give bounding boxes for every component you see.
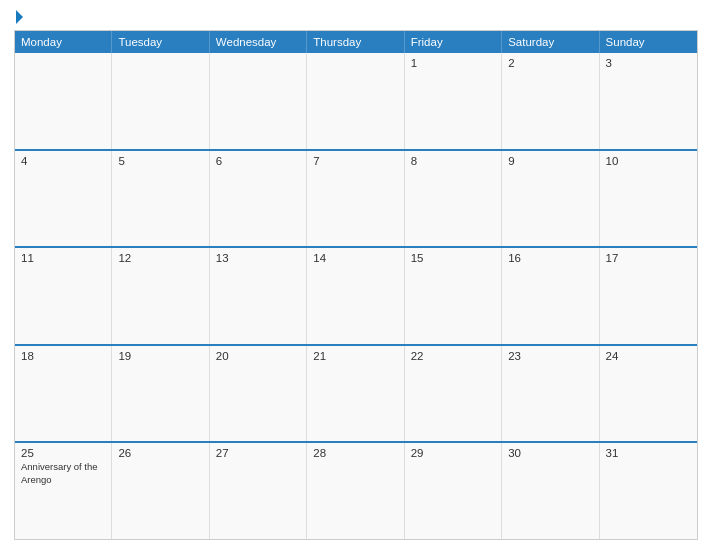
- day-cell: 4: [15, 151, 112, 247]
- day-number: 15: [411, 252, 495, 264]
- day-number: 22: [411, 350, 495, 362]
- day-cell: [307, 53, 404, 149]
- day-number: 27: [216, 447, 300, 459]
- day-number: 8: [411, 155, 495, 167]
- day-cell: 14: [307, 248, 404, 344]
- day-number: 28: [313, 447, 397, 459]
- day-cell: 10: [600, 151, 697, 247]
- day-number: 30: [508, 447, 592, 459]
- day-number: 16: [508, 252, 592, 264]
- day-number: 11: [21, 252, 105, 264]
- logo-triangle-icon: [16, 10, 23, 24]
- day-number: 2: [508, 57, 592, 69]
- day-cell: 2: [502, 53, 599, 149]
- day-cell: 1: [405, 53, 502, 149]
- day-cell: 13: [210, 248, 307, 344]
- day-cell: 7: [307, 151, 404, 247]
- day-header-tuesday: Tuesday: [112, 31, 209, 53]
- day-number: 24: [606, 350, 691, 362]
- weeks-container: 1234567891011121314151617181920212223242…: [15, 53, 697, 539]
- day-cell: 3: [600, 53, 697, 149]
- day-number: 3: [606, 57, 691, 69]
- day-header-thursday: Thursday: [307, 31, 404, 53]
- day-cell: 29: [405, 443, 502, 539]
- day-cell: 6: [210, 151, 307, 247]
- day-number: 14: [313, 252, 397, 264]
- day-number: 25: [21, 447, 105, 459]
- day-number: 29: [411, 447, 495, 459]
- day-cell: [112, 53, 209, 149]
- day-cell: 15: [405, 248, 502, 344]
- day-number: 20: [216, 350, 300, 362]
- day-cell: 16: [502, 248, 599, 344]
- day-number: 6: [216, 155, 300, 167]
- header: [14, 10, 698, 24]
- day-cell: 9: [502, 151, 599, 247]
- day-cell: 8: [405, 151, 502, 247]
- day-cell: 18: [15, 346, 112, 442]
- day-cell: 5: [112, 151, 209, 247]
- day-cell: 20: [210, 346, 307, 442]
- day-cell: 23: [502, 346, 599, 442]
- day-header-saturday: Saturday: [502, 31, 599, 53]
- day-cell: 27: [210, 443, 307, 539]
- day-cell: 19: [112, 346, 209, 442]
- day-cell: 11: [15, 248, 112, 344]
- logo-blue-row: [14, 10, 23, 24]
- day-cell: [210, 53, 307, 149]
- day-headers-row: MondayTuesdayWednesdayThursdayFridaySatu…: [15, 31, 697, 53]
- day-cell: 31: [600, 443, 697, 539]
- week-row-1: 123: [15, 53, 697, 149]
- day-number: 7: [313, 155, 397, 167]
- day-number: 12: [118, 252, 202, 264]
- day-cell: 28: [307, 443, 404, 539]
- day-cell: 24: [600, 346, 697, 442]
- day-number: 21: [313, 350, 397, 362]
- day-cell: 25Anniversary of the Arengo: [15, 443, 112, 539]
- day-number: 19: [118, 350, 202, 362]
- day-cell: [15, 53, 112, 149]
- day-number: 31: [606, 447, 691, 459]
- week-row-2: 45678910: [15, 149, 697, 247]
- day-number: 10: [606, 155, 691, 167]
- day-header-sunday: Sunday: [600, 31, 697, 53]
- event-label: Anniversary of the Arengo: [21, 461, 105, 486]
- calendar-page: MondayTuesdayWednesdayThursdayFridaySatu…: [0, 0, 712, 550]
- day-number: 26: [118, 447, 202, 459]
- day-cell: 12: [112, 248, 209, 344]
- day-number: 1: [411, 57, 495, 69]
- calendar-grid: MondayTuesdayWednesdayThursdayFridaySatu…: [14, 30, 698, 540]
- day-cell: 30: [502, 443, 599, 539]
- week-row-3: 11121314151617: [15, 246, 697, 344]
- day-number: 13: [216, 252, 300, 264]
- day-number: 5: [118, 155, 202, 167]
- day-number: 4: [21, 155, 105, 167]
- day-cell: 22: [405, 346, 502, 442]
- day-number: 17: [606, 252, 691, 264]
- logo: [14, 10, 23, 24]
- day-header-monday: Monday: [15, 31, 112, 53]
- day-header-friday: Friday: [405, 31, 502, 53]
- week-row-4: 18192021222324: [15, 344, 697, 442]
- day-cell: 21: [307, 346, 404, 442]
- day-number: 18: [21, 350, 105, 362]
- week-row-5: 25Anniversary of the Arengo262728293031: [15, 441, 697, 539]
- day-cell: 17: [600, 248, 697, 344]
- day-header-wednesday: Wednesday: [210, 31, 307, 53]
- day-number: 23: [508, 350, 592, 362]
- day-cell: 26: [112, 443, 209, 539]
- day-number: 9: [508, 155, 592, 167]
